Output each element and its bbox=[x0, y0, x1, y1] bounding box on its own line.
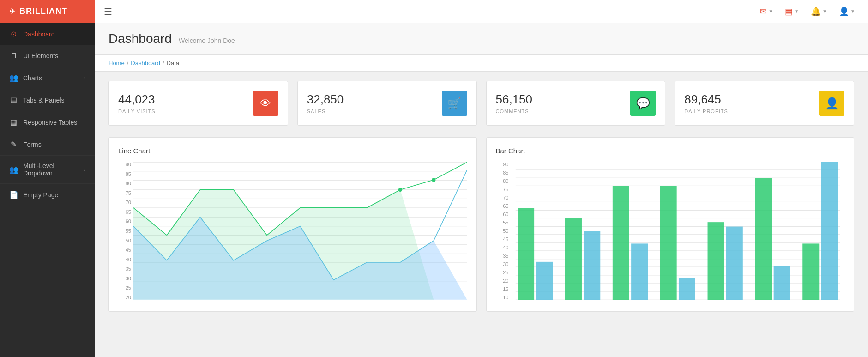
page-icon: 📄 bbox=[9, 190, 18, 199]
line-chart-area bbox=[133, 162, 467, 302]
stat-label-profits: DAILY PROFITS bbox=[684, 109, 728, 114]
breadcrumb-sep-2: / bbox=[163, 60, 164, 67]
sidebar-item-charts[interactable]: 👥 Charts ‹ bbox=[0, 67, 95, 89]
page-header: Dashboard Welcome John Doe bbox=[95, 23, 868, 55]
table-icon: ▦ bbox=[9, 118, 18, 127]
bar-teal bbox=[802, 243, 819, 300]
brand-icon: ✈ bbox=[9, 7, 16, 16]
sidebar-item-empty-page[interactable]: 📄 Empty Page bbox=[0, 184, 95, 206]
bar-teal bbox=[518, 208, 534, 300]
tabs-icon: ▤ bbox=[9, 96, 18, 104]
user-icon: 👤 bbox=[839, 6, 849, 17]
sidebar-item-label: Tabs & Panels bbox=[23, 97, 85, 104]
bar-chart-svg bbox=[511, 162, 845, 300]
dropdown-icon: 👥 bbox=[9, 165, 18, 174]
sidebar: ⊙ Dashboard 🖥 UI Elements 👥 Charts ‹ ▤ T… bbox=[0, 23, 95, 357]
bar-teal bbox=[612, 186, 629, 300]
bar-chart-area bbox=[511, 162, 845, 302]
stat-info-profits: 89,645 DAILY PROFITS bbox=[684, 92, 728, 114]
sidebar-item-label: Responsive Tables bbox=[23, 119, 85, 126]
top-nav-right: ✉ ▼ ▤ ▼ 🔔 ▼ 👤 ▼ bbox=[756, 4, 868, 19]
top-nav-left: ✈ BRILLIANT ☰ bbox=[0, 0, 121, 23]
brand-logo[interactable]: ✈ BRILLIANT bbox=[0, 0, 95, 23]
stat-number-sales: 32,850 bbox=[307, 92, 344, 107]
breadcrumb: Home / Dashboard / Data bbox=[95, 55, 868, 72]
line-chart-card: Line Chart 9085807570 6560555045 4035302… bbox=[108, 137, 477, 312]
stat-info-sales: 32,850 SALES bbox=[307, 92, 344, 114]
breadcrumb-home[interactable]: Home bbox=[108, 60, 125, 67]
stat-icon-profits: 👤 bbox=[819, 91, 844, 116]
breadcrumb-dashboard[interactable]: Dashboard bbox=[131, 60, 160, 67]
stat-card-comments: 56,150 COMMENTS 💬 bbox=[486, 81, 666, 126]
mail-nav-button[interactable]: ✉ ▼ bbox=[756, 4, 777, 19]
bar-chart-container: 9085807570 6560555045 4035302520 1510 bbox=[496, 162, 845, 302]
bell-caret: ▼ bbox=[822, 9, 827, 14]
dashboard-icon: ⊙ bbox=[9, 30, 18, 38]
stat-number-visits: 44,023 bbox=[118, 92, 156, 107]
mail-caret: ▼ bbox=[768, 9, 773, 14]
bar-blue bbox=[584, 231, 600, 300]
forms-icon: ✎ bbox=[9, 140, 18, 149]
page-subtitle: Welcome John Doe bbox=[179, 37, 235, 44]
sidebar-item-label: Multi-Level Dropdown bbox=[23, 162, 78, 177]
content-area: 44,023 DAILY VISITS 👁 32,850 SALES 🛒 56,… bbox=[95, 72, 868, 321]
bar-blue bbox=[536, 262, 553, 300]
line-chart-title: Line Chart bbox=[118, 147, 467, 155]
breadcrumb-current: Data bbox=[167, 60, 179, 67]
sidebar-item-forms[interactable]: ✎ Forms bbox=[0, 133, 95, 156]
sidebar-item-label: UI Elements bbox=[23, 52, 85, 60]
chart-icon: 👥 bbox=[9, 73, 18, 82]
sidebar-item-responsive-tables[interactable]: ▦ Responsive Tables bbox=[0, 111, 95, 133]
stat-number-comments: 56,150 bbox=[496, 92, 533, 107]
stat-icon-visits: 👁 bbox=[253, 91, 278, 116]
line-chart-y-axis: 9085807570 6560555045 4035302520 bbox=[118, 162, 131, 300]
line-chart-dot bbox=[432, 178, 436, 182]
mail-icon: ✉ bbox=[760, 6, 767, 17]
sidebar-item-dashboard[interactable]: ⊙ Dashboard bbox=[0, 23, 95, 45]
bar-blue bbox=[726, 227, 742, 300]
stat-card-daily-profits: 89,645 DAILY PROFITS 👤 bbox=[675, 81, 854, 126]
stat-cards: 44,023 DAILY VISITS 👁 32,850 SALES 🛒 56,… bbox=[108, 81, 854, 126]
sidebar-item-label: Empty Page bbox=[23, 191, 85, 199]
list-nav-button[interactable]: ▤ ▼ bbox=[781, 4, 802, 19]
bar-blue bbox=[773, 266, 790, 300]
chevron-left-icon: ‹ bbox=[84, 75, 85, 81]
bar-blue bbox=[631, 243, 648, 300]
bar-blue bbox=[821, 162, 838, 300]
stat-icon-sales: 🛒 bbox=[442, 91, 467, 116]
line-chart-container: 9085807570 6560555045 4035302520 bbox=[118, 162, 467, 302]
stat-number-profits: 89,645 bbox=[684, 92, 728, 107]
charts-row: Line Chart 9085807570 6560555045 4035302… bbox=[108, 137, 854, 312]
bar-teal bbox=[565, 218, 581, 300]
stat-info-comments: 56,150 COMMENTS bbox=[496, 92, 533, 114]
sidebar-item-label: Dashboard bbox=[23, 30, 85, 38]
bar-chart-card: Bar Chart 9085807570 6560555045 40353025… bbox=[486, 137, 855, 312]
bar-teal bbox=[660, 186, 676, 300]
stat-icon-comments: 💬 bbox=[630, 91, 656, 116]
user-nav-button[interactable]: 👤 ▼ bbox=[835, 4, 859, 19]
bell-nav-button[interactable]: 🔔 ▼ bbox=[807, 4, 831, 19]
bar-teal bbox=[755, 178, 772, 300]
sidebar-item-label: Forms bbox=[23, 141, 85, 148]
stat-label-visits: DAILY VISITS bbox=[118, 109, 156, 114]
line-chart-dot bbox=[398, 188, 403, 192]
bar-chart-y-axis: 9085807570 6560555045 4035302520 1510 bbox=[496, 162, 509, 300]
stat-info-visits: 44,023 DAILY VISITS bbox=[118, 92, 156, 114]
brand-name: BRILLIANT bbox=[19, 6, 67, 16]
list-icon: ▤ bbox=[785, 6, 793, 17]
chevron-left-icon-2: ‹ bbox=[84, 167, 85, 172]
sidebar-item-multilevel-dropdown[interactable]: 👥 Multi-Level Dropdown ‹ bbox=[0, 156, 95, 184]
line-chart-svg bbox=[133, 162, 467, 300]
stat-label-sales: SALES bbox=[307, 109, 344, 114]
breadcrumb-sep-1: / bbox=[127, 60, 129, 67]
hamburger-button[interactable]: ☰ bbox=[95, 6, 121, 17]
top-navigation: ✈ BRILLIANT ☰ ✉ ▼ ▤ ▼ 🔔 ▼ 👤 ▼ bbox=[0, 0, 868, 23]
sidebar-item-tabs-panels[interactable]: ▤ Tabs & Panels bbox=[0, 89, 95, 111]
sidebar-item-label: Charts bbox=[23, 74, 78, 82]
monitor-icon: 🖥 bbox=[9, 52, 18, 60]
stat-label-comments: COMMENTS bbox=[496, 109, 533, 114]
bar-teal bbox=[707, 222, 724, 300]
sidebar-item-ui-elements[interactable]: 🖥 UI Elements bbox=[0, 45, 95, 67]
main-content: Dashboard Welcome John Doe Home / Dashbo… bbox=[95, 23, 868, 357]
bar-blue bbox=[678, 278, 695, 300]
